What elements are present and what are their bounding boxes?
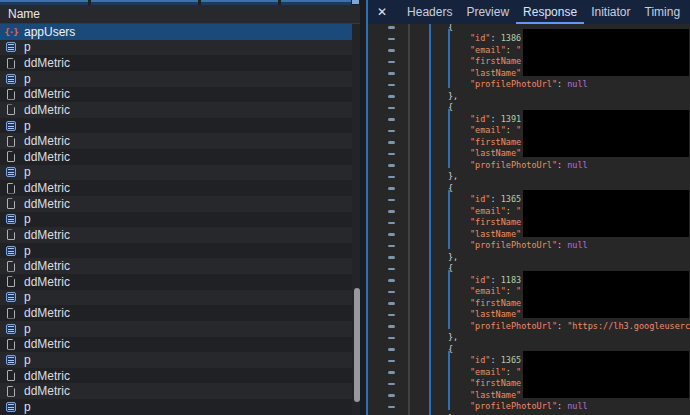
request-name-label: appUsers [24,25,75,39]
request-name-label: ddMetric [24,181,70,195]
fold-marker[interactable] [388,95,395,98]
network-request-row[interactable]: p [0,352,352,368]
fold-marker[interactable] [388,118,395,121]
fold-marker[interactable] [388,394,395,397]
request-name-label: p [24,165,31,179]
fold-marker[interactable] [388,72,395,75]
tab-timing[interactable]: Timing [638,0,688,24]
network-request-row[interactable]: ddMetric [0,337,352,353]
json-token: }, [448,171,458,181]
fold-marker[interactable] [388,314,395,317]
fold-marker[interactable] [388,130,395,133]
fold-marker[interactable] [388,325,395,328]
fold-marker[interactable] [388,187,395,190]
network-request-row[interactable]: p [0,399,352,415]
fold-marker[interactable] [388,61,395,64]
request-name-label: p [24,244,31,258]
request-name-label: ddMetric [24,56,70,70]
fold-marker[interactable] [388,371,395,374]
json-token: }, [448,332,458,342]
fold-marker[interactable] [388,210,395,213]
fold-marker[interactable] [388,383,395,386]
indent-guide [448,29,450,88]
network-request-row[interactable]: ddMetric [0,227,352,243]
fold-marker[interactable] [388,84,395,87]
network-request-row[interactable]: p [0,243,352,259]
fold-marker[interactable] [388,268,395,271]
document-lines-icon [6,74,16,84]
fold-marker[interactable] [388,107,395,110]
name-column-header[interactable]: Name [0,5,360,24]
fold-marker[interactable] [388,141,395,144]
fold-marker[interactable] [388,291,395,294]
network-request-row[interactable]: p [0,71,352,87]
request-details-panel: ✕ HeadersPreviewResponseInitiatorTimingC… [368,0,690,415]
tab-response[interactable]: Response [516,0,584,24]
network-request-row[interactable]: ddMetric [0,305,352,321]
request-name-label: ddMetric [24,197,70,211]
fold-marker[interactable] [388,348,395,351]
request-name-label: p [24,40,31,54]
fold-marker[interactable] [388,245,395,248]
tab-headers[interactable]: Headers [400,0,459,24]
network-request-row[interactable]: ddMetric [0,149,352,165]
json-token: "lastName" [470,229,521,239]
fold-marker[interactable] [388,176,395,179]
fold-marker[interactable] [388,38,395,41]
network-request-row[interactable]: p [0,212,352,228]
network-request-row[interactable]: p [0,40,352,56]
document-icon [7,198,15,209]
fold-marker[interactable] [388,164,395,167]
code-line: "profilePhotoUrl": null [368,160,690,172]
fold-marker[interactable] [388,49,395,52]
fold-marker[interactable] [388,199,395,202]
document-icon [7,261,15,272]
json-token: "profilePhotoUrl" [470,240,557,250]
document-lines-icon [6,167,16,177]
tab-initiator[interactable]: Initiator [584,0,637,24]
json-token: "id" [470,275,490,285]
network-request-row[interactable]: ddMetric [0,274,352,290]
network-request-row[interactable]: p [0,290,352,306]
network-request-row[interactable]: ddMetric [0,102,352,118]
network-request-row[interactable]: ddMetric [0,196,352,212]
network-request-row[interactable]: ddMetric [0,55,352,71]
fold-marker[interactable] [388,337,395,340]
scrollbar-corner [352,0,359,4]
json-token: "profilePhotoUrl" [470,160,557,170]
request-name-label: p [24,400,31,414]
fold-marker[interactable] [388,233,395,236]
fold-marker[interactable] [388,256,395,259]
network-request-row[interactable]: ddMetric [0,368,352,384]
json-token: "lastName" [470,148,521,158]
tab-preview[interactable]: Preview [459,0,516,24]
network-request-row[interactable]: ddMetric [0,258,352,274]
network-request-row[interactable]: ddMetric [0,133,352,149]
panel-divider[interactable] [360,0,368,415]
network-request-row[interactable]: appUsers [0,24,352,40]
network-request-row[interactable]: p [0,165,352,181]
fold-marker[interactable] [388,153,395,156]
document-lines-icon [6,214,16,224]
fold-marker[interactable] [388,222,395,225]
response-editor[interactable]: {"id": 1386"email": ""firstName"lastName… [368,24,690,415]
fold-marker[interactable] [388,302,395,305]
fold-marker[interactable] [388,360,395,363]
json-token: "email" [470,206,506,216]
network-request-row[interactable]: ddMetric [0,180,352,196]
code-line: "profilePhotoUrl": null [368,79,690,91]
close-icon[interactable]: ✕ [377,0,387,24]
fold-marker[interactable] [388,279,395,282]
json-token: 1391 [501,114,521,124]
json-token: : [557,401,567,411]
json-token: "lastName" [470,68,521,78]
network-request-row[interactable]: p [0,118,352,134]
json-token: : [557,321,567,331]
fold-marker[interactable] [388,406,395,409]
network-request-row[interactable]: ddMetric [0,87,352,103]
network-request-row[interactable]: ddMetric [0,383,352,399]
network-request-row[interactable]: p [0,321,352,337]
request-name-label: ddMetric [24,103,70,117]
fold-marker[interactable] [388,26,395,29]
code-line: }, [368,252,690,264]
